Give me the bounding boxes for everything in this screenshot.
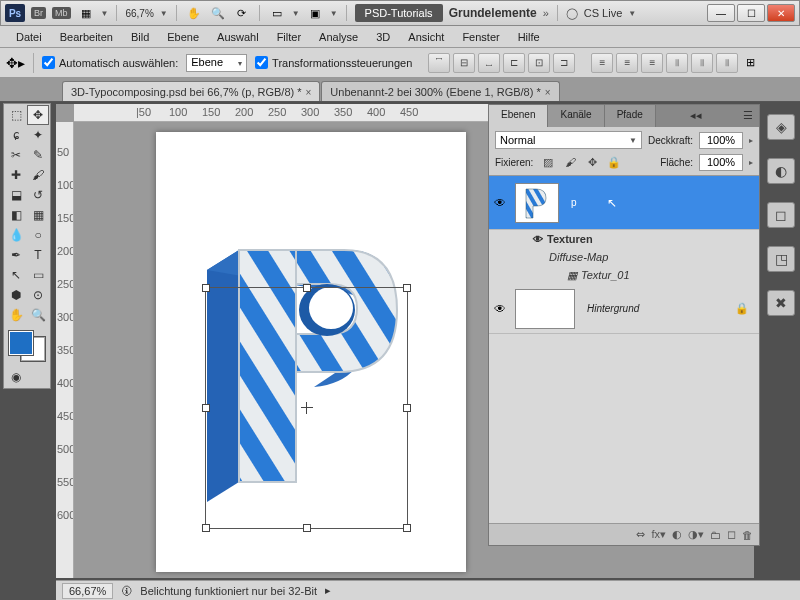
workspace-pill[interactable]: PSD-Tutorials [355, 4, 443, 22]
eyedropper-icon[interactable]: ✎ [27, 145, 49, 165]
close-tab-icon[interactable]: × [545, 87, 551, 98]
rotate-icon[interactable]: ⟳ [233, 4, 251, 22]
new-layer-icon[interactable]: ◻ [727, 528, 736, 541]
align-vcenter-icon[interactable]: ⊟ [453, 53, 475, 73]
transform-handle[interactable] [403, 524, 411, 532]
view-extras-icon[interactable]: ▦ [77, 4, 95, 22]
transform-handle[interactable] [403, 284, 411, 292]
minibridge-icon[interactable]: Mb [52, 7, 71, 19]
foreground-color[interactable] [9, 331, 33, 355]
auto-select-combo[interactable]: Ebene ▾ [186, 54, 247, 72]
menu-ebene[interactable]: Ebene [159, 29, 207, 45]
transform-center[interactable] [301, 402, 313, 414]
dist-hcenter-icon[interactable]: ⦀ [691, 53, 713, 73]
opacity-slider-icon[interactable]: ▸ [749, 136, 753, 145]
pen-tool-icon[interactable]: ✒ [5, 245, 27, 265]
layer-thumbnail[interactable] [515, 183, 559, 223]
close-button[interactable]: ✕ [767, 4, 795, 22]
auto-select-checkbox[interactable]: Automatisch auswählen: [42, 56, 178, 69]
bridge-icon[interactable]: Br [31, 7, 46, 19]
zoom-icon[interactable]: 🔍 [209, 4, 227, 22]
color-panel-icon[interactable]: ◈ [767, 114, 795, 140]
panel-collapse-icon[interactable]: ◂◂ [684, 105, 708, 127]
move-tool-icon[interactable]: ✥ [27, 105, 49, 125]
doc-info-icon[interactable]: 🛈 [121, 585, 132, 597]
layer-mask-icon[interactable]: ◐ [672, 528, 682, 541]
lock-position-icon[interactable]: ✥ [583, 153, 601, 171]
fill-slider-icon[interactable]: ▸ [749, 158, 753, 167]
transform-handle[interactable] [202, 524, 210, 532]
tab-pfade[interactable]: Pfade [605, 105, 656, 127]
panel-menu-icon[interactable]: ☰ [737, 105, 759, 127]
transform-handle[interactable] [202, 284, 210, 292]
menu-filter[interactable]: Filter [269, 29, 309, 45]
zoom-display[interactable]: 66,7% [125, 8, 153, 19]
align-right-icon[interactable]: ⊐ [553, 53, 575, 73]
menu-bild[interactable]: Bild [123, 29, 157, 45]
link-layers-icon[interactable]: ⇔ [636, 528, 645, 541]
marquee-tool-icon[interactable]: ⬚ [5, 105, 27, 125]
fill-input[interactable]: 100% [699, 154, 743, 171]
dist-right-icon[interactable]: ⦀ [716, 53, 738, 73]
history-brush-icon[interactable]: ↺ [27, 185, 49, 205]
hand-icon[interactable]: ✋ [185, 4, 203, 22]
align-hcenter-icon[interactable]: ⊡ [528, 53, 550, 73]
layer-diffuse-map[interactable]: Diffuse-Map [489, 248, 759, 266]
doc-tab-2[interactable]: Unbenannt-2 bei 300% (Ebene 1, RGB/8) *× [321, 81, 559, 101]
ruler-vertical[interactable]: 50100 150200 250300 350400 450500 550600 [56, 122, 74, 578]
tools-panel-icon[interactable]: ✖ [767, 290, 795, 316]
layer-group-texturen[interactable]: 👁 Texturen [489, 230, 759, 248]
dist-bottom-icon[interactable]: ≡ [641, 53, 663, 73]
maximize-button[interactable]: ☐ [737, 4, 765, 22]
align-bottom-icon[interactable]: ⎵ [478, 53, 500, 73]
move-tool-icon[interactable]: ✥▸ [6, 55, 25, 71]
workspace-label[interactable]: Grundelemente [449, 6, 537, 20]
dist-vcenter-icon[interactable]: ≡ [616, 53, 638, 73]
close-tab-icon[interactable]: × [306, 87, 312, 98]
zoom-tool-icon[interactable]: 🔍 [27, 305, 49, 325]
menu-3d[interactable]: 3D [368, 29, 398, 45]
visibility-icon[interactable]: 👁 [489, 302, 511, 316]
crop-tool-icon[interactable]: ✂ [5, 145, 27, 165]
path-select-icon[interactable]: ↖ [5, 265, 27, 285]
screen-mode-icon[interactable]: ▣ [306, 4, 324, 22]
opacity-input[interactable]: 100% [699, 132, 743, 149]
menu-hilfe[interactable]: Hilfe [510, 29, 548, 45]
masks-panel-icon[interactable]: ◻ [767, 202, 795, 228]
doc-tab-1[interactable]: 3D-Typocomposing.psd bei 66,7% (p, RGB/8… [62, 81, 320, 101]
layer-textur01[interactable]: ▦Textur_01 [489, 266, 759, 284]
eraser-tool-icon[interactable]: ◧ [5, 205, 27, 225]
layer-list[interactable]: 👁 p ↖ 👁 Texturen Diffuse-Map ▦Textur_01 … [489, 176, 759, 523]
new-group-icon[interactable]: 🗀 [710, 529, 721, 541]
adjustments-panel-icon[interactable]: ◐ [767, 158, 795, 184]
color-swatches[interactable] [7, 329, 47, 363]
3d-panel-icon[interactable]: ◳ [767, 246, 795, 272]
adjustment-layer-icon[interactable]: ◑▾ [688, 528, 704, 541]
layer-p[interactable]: 👁 p ↖ [489, 176, 759, 230]
menu-fenster[interactable]: Fenster [454, 29, 507, 45]
menu-datei[interactable]: Datei [8, 29, 50, 45]
menu-auswahl[interactable]: Auswahl [209, 29, 267, 45]
delete-layer-icon[interactable]: 🗑 [742, 529, 753, 541]
cslive-icon[interactable]: ◯ [566, 7, 578, 20]
dodge-tool-icon[interactable]: ○ [27, 225, 49, 245]
align-left-icon[interactable]: ⊏ [503, 53, 525, 73]
gradient-tool-icon[interactable]: ▦ [27, 205, 49, 225]
type-tool-icon[interactable]: T [27, 245, 49, 265]
dist-left-icon[interactable]: ⦀ [666, 53, 688, 73]
visibility-icon[interactable]: 👁 [489, 196, 511, 210]
shape-tool-icon[interactable]: ▭ [27, 265, 49, 285]
magic-wand-icon[interactable]: ✦ [27, 125, 49, 145]
brush-tool-icon[interactable]: 🖌 [27, 165, 49, 185]
lock-all-icon[interactable]: 🔒 [605, 153, 623, 171]
blur-tool-icon[interactable]: 💧 [5, 225, 27, 245]
transform-bounding-box[interactable] [205, 287, 408, 529]
3d-camera-icon[interactable]: ⊙ [27, 285, 49, 305]
visibility-icon[interactable]: 👁 [529, 234, 547, 245]
menu-ansicht[interactable]: Ansicht [400, 29, 452, 45]
layer-fx-icon[interactable]: fx▾ [651, 528, 666, 541]
layer-hintergrund[interactable]: 👁 Hintergrund 🔒 [489, 284, 759, 334]
transform-handle[interactable] [303, 284, 311, 292]
minimize-button[interactable]: — [707, 4, 735, 22]
dist-top-icon[interactable]: ≡ [591, 53, 613, 73]
